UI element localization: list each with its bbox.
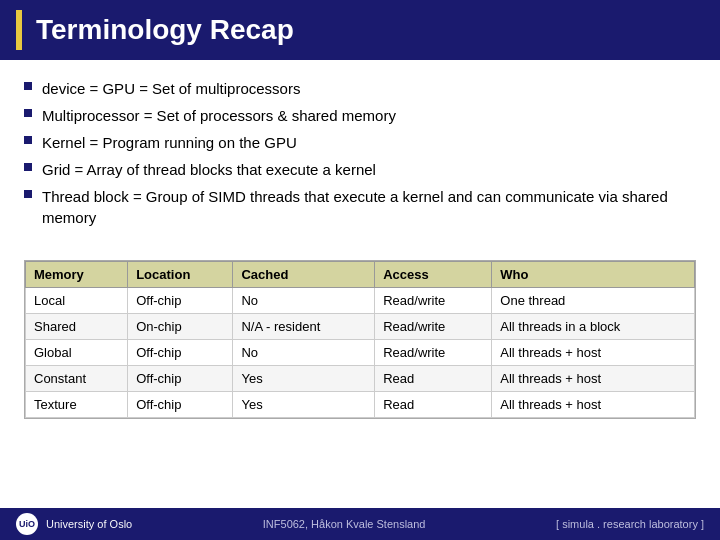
table-cell: Texture — [26, 392, 128, 418]
bullet-icon — [24, 109, 32, 117]
title-bar: Terminology Recap — [0, 0, 720, 60]
university-logo: UiO — [16, 513, 38, 535]
table-cell: Read/write — [375, 314, 492, 340]
table-column-header: Memory — [26, 262, 128, 288]
memory-table-wrapper: MemoryLocationCachedAccessWho LocalOff-c… — [24, 260, 696, 419]
bullet-text: device = GPU = Set of multiprocessors — [42, 78, 300, 99]
table-row: LocalOff-chipNoRead/writeOne thread — [26, 288, 695, 314]
table-cell: No — [233, 288, 375, 314]
header-row: MemoryLocationCachedAccessWho — [26, 262, 695, 288]
table-cell: All threads + host — [492, 340, 695, 366]
content-area: device = GPU = Set of multiprocessorsMul… — [0, 60, 720, 508]
table-cell: Off-chip — [128, 366, 233, 392]
bullet-text: Kernel = Program running on the GPU — [42, 132, 297, 153]
table-cell: No — [233, 340, 375, 366]
table-cell: Read — [375, 392, 492, 418]
table-column-header: Access — [375, 262, 492, 288]
slide-title: Terminology Recap — [36, 14, 294, 46]
footer: UiO University of Oslo INF5062, Håkon Kv… — [0, 508, 720, 540]
table-cell: Read — [375, 366, 492, 392]
table-cell: Yes — [233, 392, 375, 418]
bullet-list: device = GPU = Set of multiprocessorsMul… — [24, 78, 696, 234]
table-row: TextureOff-chipYesReadAll threads + host — [26, 392, 695, 418]
table-cell: Local — [26, 288, 128, 314]
table-cell: Yes — [233, 366, 375, 392]
bullet-icon — [24, 163, 32, 171]
table-cell: Constant — [26, 366, 128, 392]
table-cell: On-chip — [128, 314, 233, 340]
table-column-header: Location — [128, 262, 233, 288]
bullet-text: Grid = Array of thread blocks that execu… — [42, 159, 376, 180]
bullet-item: Grid = Array of thread blocks that execu… — [24, 159, 696, 180]
footer-course: INF5062, Håkon Kvale Stensland — [263, 518, 426, 530]
table-cell: All threads in a block — [492, 314, 695, 340]
bullet-icon — [24, 136, 32, 144]
table-cell: Read/write — [375, 340, 492, 366]
bullet-icon — [24, 82, 32, 90]
table-header: MemoryLocationCachedAccessWho — [26, 262, 695, 288]
table-row: ConstantOff-chipYesReadAll threads + hos… — [26, 366, 695, 392]
table-cell: Global — [26, 340, 128, 366]
bullet-item: Thread block = Group of SIMD threads tha… — [24, 186, 696, 228]
title-accent — [16, 10, 22, 50]
university-name: University of Oslo — [46, 518, 132, 530]
table-cell: Shared — [26, 314, 128, 340]
table-cell: One thread — [492, 288, 695, 314]
table-cell: Off-chip — [128, 340, 233, 366]
memory-table: MemoryLocationCachedAccessWho LocalOff-c… — [25, 261, 695, 418]
table-row: GlobalOff-chipNoRead/writeAll threads + … — [26, 340, 695, 366]
table-cell: Read/write — [375, 288, 492, 314]
table-row: SharedOn-chipN/A - residentRead/writeAll… — [26, 314, 695, 340]
table-body: LocalOff-chipNoRead/writeOne threadShare… — [26, 288, 695, 418]
footer-left: UiO University of Oslo — [16, 513, 132, 535]
table-column-header: Cached — [233, 262, 375, 288]
table-cell: All threads + host — [492, 366, 695, 392]
bullet-item: Kernel = Program running on the GPU — [24, 132, 696, 153]
bullet-text: Thread block = Group of SIMD threads tha… — [42, 186, 696, 228]
footer-lab: [ simula . research laboratory ] — [556, 518, 704, 530]
bullet-item: Multiprocessor = Set of processors & sha… — [24, 105, 696, 126]
table-cell: Off-chip — [128, 392, 233, 418]
table-cell: N/A - resident — [233, 314, 375, 340]
table-cell: All threads + host — [492, 392, 695, 418]
table-column-header: Who — [492, 262, 695, 288]
table-cell: Off-chip — [128, 288, 233, 314]
slide: Terminology Recap device = GPU = Set of … — [0, 0, 720, 540]
bullet-icon — [24, 190, 32, 198]
bullet-item: device = GPU = Set of multiprocessors — [24, 78, 696, 99]
bullet-text: Multiprocessor = Set of processors & sha… — [42, 105, 396, 126]
